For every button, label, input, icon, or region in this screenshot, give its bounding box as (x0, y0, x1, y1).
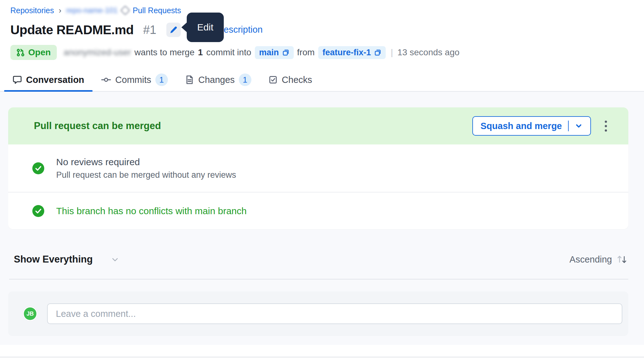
edit-title-button[interactable] (166, 23, 181, 37)
chevron-down-icon[interactable] (575, 122, 583, 130)
status-separator: | (391, 47, 393, 57)
sort-arrows-icon (616, 253, 628, 266)
review-requirement-text: No reviews required Pull request can be … (56, 157, 236, 180)
comment-input[interactable] (47, 303, 622, 324)
base-branch-chip[interactable]: main (255, 46, 294, 59)
squash-and-merge-label: Squash and merge (480, 121, 562, 131)
conflict-status-row: This branch has no conflicts with main b… (8, 192, 628, 229)
pr-header: Repositories › repo-name-101 Pull Reques… (0, 0, 644, 60)
timeline-filter-label: Show Everything (14, 254, 93, 265)
conflict-status-text: This branch has no conflicts with main b… (56, 206, 247, 216)
commit-count: 1 (198, 47, 203, 57)
breadcrumb-separator: › (59, 6, 62, 15)
tooltip-label: Edit (197, 22, 213, 33)
copy-icon[interactable] (282, 49, 289, 56)
timeline-sort-toggle[interactable]: Ascending (570, 253, 628, 266)
breadcrumb: Repositories › repo-name-101 Pull Reques… (10, 4, 628, 16)
tab-label: Commits (115, 75, 151, 85)
timeline-divider (9, 279, 628, 279)
repo-visibility-icon (120, 5, 130, 15)
pr-number: #1 (143, 23, 156, 37)
status-row: Open anonymized-user wants to merge 1 co… (10, 45, 628, 60)
check-circle-icon (32, 205, 44, 217)
avatar: JB (23, 306, 37, 321)
comment-bubble-icon (13, 75, 22, 84)
head-branch-label: feature-fix-1 (323, 48, 371, 57)
merge-panel-header: Pull request can be merged Squash and me… (8, 107, 628, 144)
timeline-sort-label: Ascending (570, 254, 612, 265)
tab-changes[interactable]: Changes 1 (176, 68, 260, 91)
tab-conversation[interactable]: Conversation (4, 68, 93, 91)
commits-count-badge: 1 (155, 73, 168, 86)
kebab-menu-icon (605, 121, 607, 123)
base-branch-label: main (259, 48, 279, 57)
conversation-panel: Pull request can be merged Squash and me… (0, 92, 644, 345)
tooltip-arrow (181, 22, 187, 33)
tab-checks[interactable]: Checks (260, 68, 321, 91)
checks-icon (268, 75, 278, 84)
button-divider (568, 121, 569, 131)
review-requirement-title: No reviews required (56, 157, 236, 167)
tab-commits[interactable]: Commits 1 (93, 68, 176, 91)
pr-tab-bar: Conversation Commits 1 Changes 1 (0, 68, 644, 92)
tab-label: Checks (282, 75, 312, 85)
author-link-redacted[interactable]: anonymized-user (64, 47, 131, 57)
breadcrumb-repo-link-redacted[interactable]: repo-name-101 (66, 6, 118, 15)
merge-actions: Squash and merge (472, 116, 609, 136)
pull-request-page: Repositories › repo-name-101 Pull Reques… (0, 0, 644, 358)
created-time: 13 seconds ago (397, 47, 459, 57)
review-requirement-row: No reviews required Pull request can be … (8, 144, 628, 192)
from-word: from (297, 47, 315, 57)
edit-tooltip: Edit (187, 13, 224, 42)
timeline-filter-dropdown[interactable]: Show Everything (14, 254, 119, 265)
pr-title: Update README.md (10, 23, 134, 37)
changes-count-badge: 1 (239, 73, 251, 86)
head-branch-chip[interactable]: feature-fix-1 (318, 46, 386, 59)
edit-pencil-icon (169, 26, 178, 34)
copy-icon[interactable] (374, 49, 381, 56)
tab-label: Conversation (26, 75, 84, 85)
merge-status-panel: Pull request can be merged Squash and me… (8, 107, 628, 229)
section-divider (0, 357, 644, 357)
merge-options-kebab-button[interactable] (602, 118, 609, 134)
breadcrumb-repositories-link[interactable]: Repositories (10, 6, 54, 15)
pull-request-icon (16, 48, 25, 57)
new-comment-card: JB (8, 291, 628, 336)
title-row: Update README.md #1 Add description Edit (10, 20, 628, 40)
status-badge: Open (10, 45, 57, 60)
squash-and-merge-button[interactable]: Squash and merge (472, 116, 591, 136)
check-circle-icon (32, 162, 44, 174)
status-badge-label: Open (28, 47, 51, 57)
merge-text-2: commit into (206, 47, 251, 57)
tab-label: Changes (198, 75, 235, 85)
timeline-controls: Show Everything Ascending (8, 253, 628, 266)
breadcrumb-pull-requests-link[interactable]: Pull Requests (133, 6, 181, 15)
changes-file-icon (185, 75, 194, 84)
review-requirement-subtitle: Pull request can be merged without any r… (56, 170, 236, 180)
merge-heading: Pull request can be merged (34, 120, 161, 132)
chevron-down-icon (111, 255, 119, 264)
merge-text-1: wants to merge (134, 47, 194, 57)
commit-icon (101, 75, 111, 85)
